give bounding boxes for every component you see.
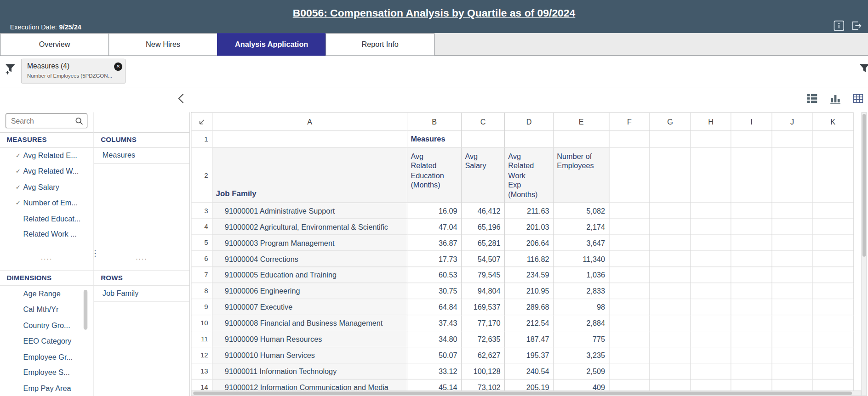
column-header-d[interactable]: D [505, 113, 554, 131]
avg-related-education-cell[interactable]: 60.53 [407, 267, 462, 283]
row-header[interactable]: 7 [192, 267, 213, 283]
measure-item[interactable]: ✓Avg Related W... [0, 164, 93, 179]
empty-cell[interactable] [554, 131, 610, 147]
empty-cell[interactable] [691, 131, 731, 147]
empty-cell[interactable] [772, 251, 813, 267]
empty-cell[interactable] [813, 331, 854, 347]
number-of-employees-cell[interactable]: 2,884 [554, 315, 610, 331]
measure-item[interactable]: ✓Number of Em... [0, 195, 93, 210]
empty-cell[interactable] [691, 363, 731, 379]
avg-salary-cell[interactable]: 79,545 [462, 267, 505, 283]
avg-related-education-cell[interactable]: 30.75 [407, 283, 462, 299]
avg-related-work-exp-cell[interactable]: 211.63 [505, 203, 554, 219]
section-resize-dots-icon[interactable]: .... [94, 253, 189, 261]
number-of-employees-cell[interactable]: 2,509 [554, 363, 610, 379]
empty-cell[interactable] [610, 283, 650, 299]
row-header[interactable]: 3 [192, 203, 213, 219]
empty-cell[interactable] [813, 363, 854, 379]
dimensions-scrollbar[interactable] [84, 290, 87, 330]
avg-related-work-exp-cell[interactable]: 116.82 [505, 251, 554, 267]
avg-related-education-cell[interactable]: 34.80 [407, 331, 462, 347]
row-header[interactable]: 6 [192, 251, 213, 267]
job-family-cell[interactable]: 91000006 Engineering [212, 283, 407, 299]
empty-cell[interactable] [772, 131, 813, 147]
avg-related-education-cell[interactable]: 47.04 [407, 219, 462, 235]
row-header[interactable]: 11 [192, 331, 213, 347]
avg-related-work-exp-cell[interactable]: 201.03 [505, 219, 554, 235]
empty-cell[interactable] [691, 283, 731, 299]
row-header[interactable]: 9 [192, 299, 213, 315]
job-family-cell[interactable]: 91000008 Financial and Business Manageme… [212, 315, 407, 331]
grid-view-icon[interactable] [851, 92, 865, 105]
number-of-employees-cell[interactable]: 2,833 [554, 283, 610, 299]
empty-cell[interactable] [610, 331, 650, 347]
avg-salary-cell[interactable]: 65,196 [462, 219, 505, 235]
avg-related-education-cell[interactable]: 36.87 [407, 235, 462, 251]
empty-cell[interactable] [772, 235, 813, 251]
dimension-item[interactable]: Age Range [0, 286, 93, 302]
empty-cell[interactable] [772, 219, 813, 235]
avg-salary-header-cell[interactable]: Avg Salary [462, 147, 505, 203]
empty-cell[interactable] [650, 251, 691, 267]
empty-cell[interactable] [505, 131, 554, 147]
empty-cell[interactable] [813, 347, 854, 363]
column-header-f[interactable]: F [610, 113, 650, 131]
empty-cell[interactable] [731, 331, 772, 347]
row-header[interactable]: 2 [192, 147, 213, 203]
horizontal-scrollbar[interactable] [191, 390, 861, 396]
empty-cell[interactable] [813, 267, 854, 283]
empty-cell[interactable] [462, 131, 505, 147]
vertical-scrollbar-thumb[interactable] [862, 114, 866, 257]
avg-salary-cell[interactable]: 62,627 [462, 347, 505, 363]
empty-cell[interactable] [212, 131, 407, 147]
panel-resize-handle-icon[interactable]: ⋮ [91, 249, 99, 258]
number-of-employees-header-cell[interactable]: Number of Employees [554, 147, 610, 203]
avg-related-education-cell[interactable]: 64.84 [407, 299, 462, 315]
empty-cell[interactable] [813, 131, 854, 147]
empty-cell[interactable] [650, 331, 691, 347]
empty-cell[interactable] [772, 283, 813, 299]
empty-cell[interactable] [731, 235, 772, 251]
job-family-cell[interactable]: 91000002 Agricultural, Environmental & S… [212, 219, 407, 235]
avg-related-work-exp-cell[interactable]: 240.54 [505, 363, 554, 379]
empty-cell[interactable] [650, 283, 691, 299]
avg-salary-cell[interactable]: 72,635 [462, 331, 505, 347]
measure-item[interactable]: ✓Avg Salary [0, 179, 93, 195]
bar-chart-view-icon[interactable] [829, 92, 842, 105]
empty-cell[interactable] [610, 251, 650, 267]
column-header-j[interactable]: J [772, 113, 813, 131]
add-filter-funnel-icon[interactable] [5, 63, 17, 75]
column-header-i[interactable]: I [731, 113, 772, 131]
empty-cell[interactable] [731, 219, 772, 235]
empty-cell[interactable] [610, 203, 650, 219]
search-input[interactable] [6, 114, 71, 128]
dimension-item[interactable]: EEO Category [0, 333, 93, 349]
avg-salary-cell[interactable]: 94,804 [462, 283, 505, 299]
column-header-g[interactable]: G [650, 113, 691, 131]
empty-cell[interactable] [691, 235, 731, 251]
empty-cell[interactable] [772, 363, 813, 379]
empty-cell[interactable] [731, 203, 772, 219]
column-header-e[interactable]: E [554, 113, 610, 131]
tab-overview[interactable]: Overview [0, 33, 109, 56]
empty-cell[interactable] [731, 283, 772, 299]
columns-item-measures[interactable]: Measures [94, 147, 189, 163]
job-family-cell[interactable]: 91000011 Information Technology [212, 363, 407, 379]
column-header-b[interactable]: B [407, 113, 462, 131]
empty-cell[interactable] [731, 267, 772, 283]
empty-cell[interactable] [772, 267, 813, 283]
row-header[interactable]: 12 [192, 347, 213, 363]
avg-related-education-cell[interactable]: 37.43 [407, 315, 462, 331]
empty-cell[interactable] [772, 347, 813, 363]
avg-related-work-exp-cell[interactable]: 187.47 [505, 331, 554, 347]
avg-salary-cell[interactable]: 54,507 [462, 251, 505, 267]
empty-cell[interactable] [813, 283, 854, 299]
empty-cell[interactable] [610, 299, 650, 315]
measure-item[interactable]: Related Work ... [0, 226, 93, 242]
empty-cell[interactable] [650, 131, 691, 147]
avg-related-work-exp-header-cell[interactable]: Avg Related Work Exp (Months) [505, 147, 554, 203]
empty-cell[interactable] [610, 363, 650, 379]
job-family-header-cell[interactable]: Job Family [212, 147, 407, 203]
column-header-c[interactable]: C [462, 113, 505, 131]
horizontal-scrollbar-thumb[interactable] [193, 392, 852, 395]
